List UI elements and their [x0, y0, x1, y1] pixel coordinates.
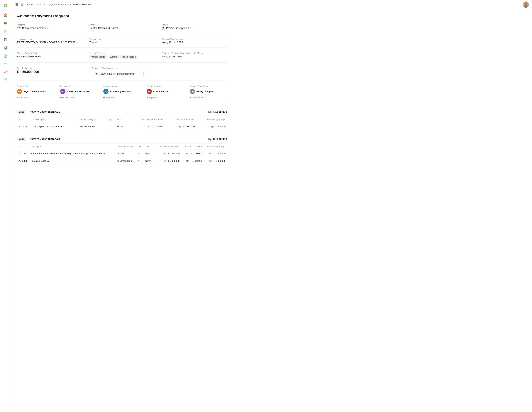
cell-total-1-1: Rp 33.600.000 — [153, 157, 181, 165]
cell-qty-0-0: 6 — [106, 123, 115, 130]
program-text: e2e Culpa omnis dolores — [17, 27, 46, 29]
partner-field: Partner Beatty, Olson and Carroll — [89, 24, 154, 29]
sidebar-item-grid[interactable]: ⊞ — [2, 20, 9, 27]
table-header-0-6: Advance Payment — [166, 116, 196, 123]
bank-info-btn-text: View Requester Bank Information — [99, 72, 135, 75]
cell-total-amount-1-0: 90.000.000 — [168, 152, 180, 155]
sidebar: 🏠 ⊞ 📋 🗄 📊 📝 🗃 📈 📄 — [0, 0, 11, 412]
sidebar-item-database[interactable]: 🗄 — [2, 36, 9, 43]
activity-amount-0: Rp 15.000.000 — [208, 110, 227, 113]
vendor-category-label: Vendor Category — [89, 52, 154, 54]
svg-point-0 — [4, 4, 6, 6]
breadcrumb-home-icon[interactable]: 🏠 — [21, 3, 24, 6]
table-header-0-1: Description — [33, 116, 78, 123]
personnel-status-3: Approved — [147, 96, 158, 99]
advance-payment-date-value: Wed, 12 Jun 2024 — [162, 41, 227, 44]
cell-desc-1-1: Iste hic architecto. — [29, 157, 115, 165]
menu-button[interactable]: ☰ — [14, 2, 19, 7]
vendor-category-tags: Vehicle Rental Airfare Accomodation — [89, 55, 154, 59]
bank-icon: 🏦 — [95, 72, 98, 75]
sidebar-item-reports[interactable]: 📊 — [2, 44, 9, 51]
partner-label: Partner — [89, 24, 154, 26]
breadcrumb-sep-2: › — [36, 3, 37, 6]
cell-total-1-0: Rp 90.000.000 — [153, 150, 181, 157]
activity-code-1: A.02 — [17, 137, 27, 141]
requisition-label: Requisition Form — [17, 38, 82, 40]
cell-vendor-cat-0-0: Vehicle Rental — [78, 123, 106, 130]
estimated-deadline-field: Estimated Deadline Date to Spend the Mon… — [162, 52, 227, 59]
personnel-avatar-1: NB — [60, 89, 66, 94]
sidebar-item-home[interactable]: 🏠 — [2, 12, 9, 18]
sidebar-item-edit[interactable]: 📝 — [2, 53, 9, 59]
personnel-name-4: BD Brady Douglas — [190, 89, 227, 94]
cell-advance-rp-1-1: Rp — [186, 160, 190, 162]
breadcrumb: 🏠 › Finance › Advance Payment Request › … — [21, 3, 92, 6]
activity-section-0: A.01 Activity Description A.01 Rp 15.000… — [17, 108, 227, 130]
status-dot-4 — [190, 97, 191, 98]
app-logo[interactable] — [2, 2, 9, 9]
personnel-row: Requested by EF Elysha Fitzsymonds Submi… — [17, 85, 227, 103]
personnel-role-3: Budget Controller — [147, 85, 184, 87]
table-header-0-2: Vendor Category — [78, 116, 106, 123]
table-row: A.02-01 Eum temporibus animi repellat si… — [17, 150, 227, 157]
table-header-1-7: Remaining Budget — [204, 144, 227, 150]
personnel-item-3: Budget Controller KH Kamala Haris Approv… — [147, 85, 184, 99]
user-avatar[interactable] — [523, 1, 529, 8]
program-external-link-icon[interactable]: ↗ — [47, 27, 49, 29]
table-header-0-3: Qty — [106, 116, 115, 123]
sidebar-item-storage[interactable]: 🗃 — [2, 61, 9, 67]
cell-qty-1-1: 4 — [136, 157, 143, 165]
content-area: Advance Payment Request Program e2e Culp… — [11, 9, 532, 412]
table-header-0-4: Unit — [116, 116, 128, 123]
cell-advance-amount-1-1: 15.000.000 — [190, 160, 202, 162]
personnel-name-text-2: Bambang Setiawan — [110, 90, 132, 93]
personnel-name-0: EF Elysha Fitzsymonds — [17, 89, 54, 94]
sidebar-item-docs[interactable]: 📄 — [2, 77, 9, 83]
cell-total-rp-1-0: Rp — [163, 152, 167, 155]
sidebar-item-forms[interactable]: 📋 — [2, 28, 9, 35]
transfer-amount-label: Transfer Amount — [17, 67, 85, 69]
cell-remaining-amount-1-1: 18.600.000 — [213, 160, 226, 162]
view-bank-info-button[interactable]: 🏦 View Requester Bank Information — [92, 71, 144, 77]
personnel-name-2: BS Bambang Setiawan — [103, 89, 141, 94]
personnel-avatar-2: BS — [103, 89, 108, 94]
requisition-external-link-icon[interactable]: ↗ — [76, 41, 78, 44]
table-header-1-6: Advance Payment — [181, 144, 204, 150]
requisition-field: Requisition Form RF-TR/BEATTY,OLSONANDCA… — [17, 38, 82, 44]
transfer-amount-value: Rp 50.000.000 — [17, 70, 85, 74]
estimated-deadline-value: Mon, 24 Jun 2024 — [162, 55, 227, 58]
personnel-name-text-4: Brady Douglas — [196, 90, 213, 93]
cell-remaining-1-0: Rp 70.000.000 — [204, 150, 227, 157]
page-content: Advance Payment Request Program e2e Culp… — [11, 9, 233, 174]
status-dot-1 — [60, 97, 62, 98]
personnel-item-4: Finance Team Process BD Brady Douglas Do… — [190, 85, 227, 99]
cell-advance-rp-0-0: Rp — [179, 125, 182, 128]
personnel-status-0: Submitted — [17, 96, 29, 99]
personnel-avatar-0: EF — [17, 89, 22, 94]
cell-desc-0-0: Excepturi facilis soluta sit. — [33, 123, 78, 130]
sidebar-item-analytics[interactable]: 📈 — [2, 69, 9, 75]
activities-container: A.01 Activity Description A.01 Rp 15.000… — [17, 108, 227, 165]
advance-payment-date-label: Advance Payment Date — [162, 38, 227, 40]
status-text-1: Done Check — [62, 96, 75, 99]
status-dot-2 — [103, 97, 105, 98]
program-label: Program — [17, 24, 82, 26]
breadcrumb-advance-payment[interactable]: Advance Payment Request — [38, 3, 67, 6]
finance-code-label: Finance Request Code — [17, 52, 82, 54]
project-value: (A) Project Desciption A.01 — [162, 27, 227, 29]
breadcrumb-sep-3: › — [68, 3, 69, 6]
cell-vendor-cat-1-1: Accomodation — [115, 157, 137, 165]
svg-point-1 — [6, 4, 7, 6]
cell-no-1-1: A.02-04 — [17, 157, 29, 165]
activity-table-0: NoDescriptionVendor CategoryQtyUnitTotal… — [17, 116, 227, 130]
vendor-category-tag-2: Airfare — [108, 55, 119, 59]
breadcrumb-finance[interactable]: Finance — [27, 3, 35, 6]
personnel-role-1: Finance Checker — [60, 85, 98, 87]
activity-header-0: A.01 Activity Description A.01 Rp 15.000… — [17, 108, 227, 116]
transfer-row: Transfer Amount Rp 50.000.000 Requester … — [17, 67, 227, 81]
finance-code-field: Finance Request Code APR/BNL/2024/0065 — [17, 52, 82, 59]
bank-info-label: Requester Bank Information — [92, 67, 227, 69]
status-text-3: Approved — [149, 96, 158, 99]
status-text-4: Done Process — [192, 96, 206, 99]
activity-val-1: 35.000.000 — [213, 137, 227, 140]
